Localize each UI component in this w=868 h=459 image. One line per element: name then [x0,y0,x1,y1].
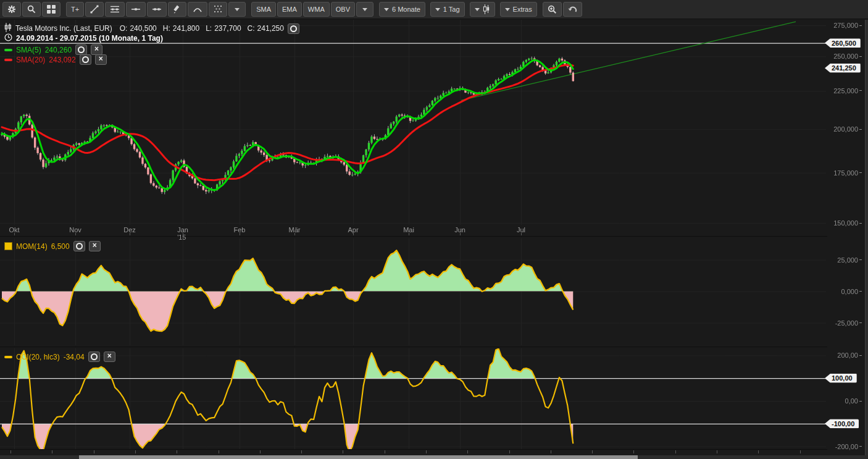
pattern-tool-button[interactable] [209,2,227,17]
axis-tick-label: -25,000 [835,319,862,327]
fibonacci-tool-button[interactable] [105,2,125,17]
range-dropdown[interactable]: 6 Monate [379,2,425,17]
sma5-remove-button[interactable]: × [91,44,102,55]
obv-button[interactable]: OBV [331,2,355,17]
toolbar-group-main [2,2,61,17]
symbol-title: Tesla Motors Inc. (Last, EUR) [15,24,112,33]
sma20-remove-button[interactable]: × [95,54,107,65]
layout-grid-button[interactable] [42,2,61,17]
series-settings-button[interactable] [288,23,299,34]
axis-tick-label: 0,000 [841,288,862,295]
open-label: O: [120,24,128,33]
undo-button[interactable] [563,2,582,17]
circle-icon [290,25,297,32]
sma20-swatch-icon [4,59,12,61]
fibonacci-icon [110,5,120,14]
cci-level-tag: 100,00 [825,374,857,383]
horizontal-line-tool-button[interactable] [126,2,146,17]
horizontal-ray-icon [152,5,162,14]
sma20-settings-button[interactable] [80,54,91,65]
candlestick-series-icon [4,23,12,34]
settings-button[interactable] [2,2,21,17]
horizontal-scrollbar-thumb[interactable] [79,455,638,459]
pencil-tool-button[interactable] [168,2,186,17]
axis-tick [460,233,461,235]
axis-tick [521,233,522,235]
axis-tick [52,450,52,453]
horizontal-scrollbar[interactable] [0,455,868,459]
search-button[interactable] [22,2,41,17]
chart-type-dropdown[interactable] [470,2,495,17]
cci-remove-button[interactable]: × [104,352,115,362]
axis-tick [75,233,76,235]
open-value: 240,500 [130,24,156,33]
ema-button[interactable]: EMA [277,2,302,17]
panel-separator [0,236,827,237]
pattern-icon [214,5,222,14]
more-draw-tools-button[interactable] [228,2,246,17]
axis-tick [758,450,759,453]
search-icon [27,5,36,14]
cci-settings-button[interactable] [88,352,100,362]
sma-button-label: SMA [256,6,271,13]
low-label: L: [206,24,212,33]
level-price-tag: 260,500 [825,38,861,48]
toolbar: T+ [0,0,868,19]
sma5-legend: SMA(5) 240,260 × [4,44,102,55]
axis-tick-label: 225,000 [833,87,862,95]
mom-remove-button[interactable]: × [89,241,101,251]
chevron-down-icon [435,8,440,11]
arc-tool-button[interactable] [188,2,207,17]
chevron-down-icon [384,8,389,11]
axis-tick-label: 200,00 [837,352,862,359]
gear-icon [7,5,16,14]
circle-icon [78,46,85,53]
horizontal-ray-tool-button[interactable] [147,2,167,17]
chevron-down-icon [235,8,240,11]
panel-separator [0,449,827,450]
chevron-down-icon [362,8,367,11]
close-label: C: [248,24,255,33]
sma5-value: 240,260 [45,46,72,54]
circle-icon [91,353,98,360]
sma20-legend: SMA(20) 243,092 × [4,54,107,65]
more-indicators-button[interactable] [356,2,373,17]
extras-dropdown[interactable]: Extras [500,2,537,17]
axis-tick-label: 150,000 [833,219,862,227]
horizontal-line-icon [131,5,141,14]
axis-tick-label: 200,000 [833,125,862,133]
date-range-text: 24.09.2014 - 29.07.2015 (10 Monate, 1 Ta… [16,34,163,43]
mom-swatch-icon [4,242,12,250]
clock-icon [4,33,12,43]
axis-tick-label: 275,000 [833,22,862,29]
axis-tick-label: 250,000 [833,53,862,60]
axis-tick-label: 25,000 [837,256,862,264]
interval-dropdown[interactable]: 1 Tag [430,2,465,17]
vertical-scrollbar[interactable] [865,20,868,459]
axis-tick [219,450,219,453]
ohlc-readout: O:240,500 H:241,800 L:237,700 C:241,250 [120,24,284,33]
cci-swatch-icon [4,356,12,358]
cci-legend: CCI(20, hlc3) -34,04 × [4,352,115,362]
last-price-tag: 241,250 [825,64,861,73]
range-dropdown-label: 6 Monate [392,6,420,13]
undo-icon [568,6,577,14]
axis-tick-label: 0,00 [845,397,862,405]
sma-button[interactable]: SMA [251,2,276,17]
toolbar-group-zoom [543,2,582,17]
axis-tick [592,450,593,453]
axis-tick [467,450,468,453]
zoom-in-icon [548,5,557,14]
text-tool-button[interactable]: T+ [66,2,84,17]
wma-button[interactable]: WMA [303,2,330,17]
axis-tick [301,450,302,453]
zoom-in-button[interactable] [543,2,562,17]
mom-settings-button[interactable] [73,241,85,251]
trendline-tool-button[interactable] [85,2,104,17]
axis-tick [717,450,717,453]
cci-level-tag: -100,00 [825,419,859,428]
interval-dropdown-label: 1 Tag [443,6,460,13]
pencil-icon [173,5,182,14]
toolbar-group-indicators: SMA EMA WMA OBV [251,2,373,17]
sma5-settings-button[interactable] [75,44,87,55]
